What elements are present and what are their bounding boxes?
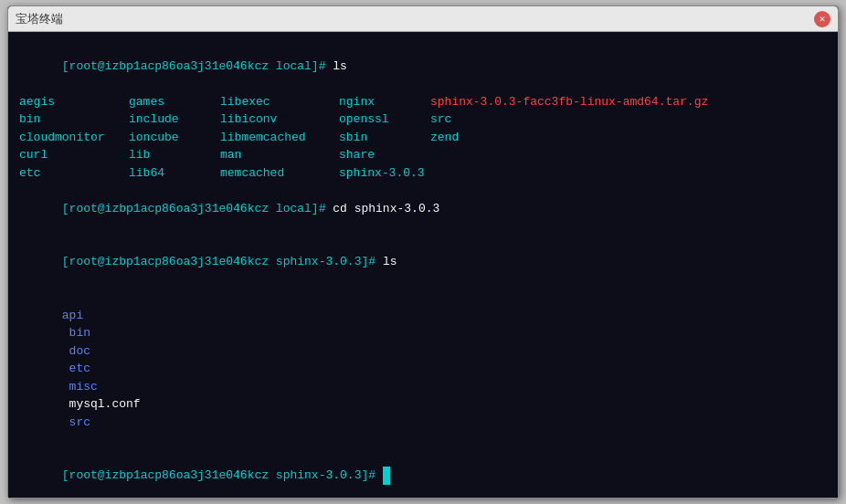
ls-output-row5: etclib64memcachedsphinx-3.0.3: [19, 164, 827, 183]
close-button[interactable]: ✕: [814, 11, 830, 27]
titlebar: 宝塔终端 ✕: [8, 6, 838, 32]
ls2-item-mysqlconf: mysql.conf: [62, 397, 141, 411]
ls-cell-r2c2: include: [129, 110, 220, 129]
ls-cell-r3c5: zend: [430, 131, 459, 144]
cmd-2: cd sphinx-3.0.3: [333, 202, 439, 215]
ls-cell-r2c3: libiconv: [220, 110, 339, 129]
ls-output-row3: cloudmonitorioncubelibmemcachedsbinzend: [19, 129, 827, 147]
command-line-2: [root@izbp1acp86oa3j31e046kcz local]# cd…: [19, 182, 827, 236]
prompt-2: [root@izbp1acp86oa3j31e046kcz local]#: [62, 202, 333, 215]
ls-cell-r1c5: sphinx-3.0.3-facc3fb-linux-amd64.tar.gz: [430, 95, 708, 109]
ls-output-row2: binincludelibiconvopensslsrc: [19, 110, 827, 129]
ls2-item-api: api: [62, 309, 83, 322]
ls-cell-r3c4: sbin: [339, 129, 430, 147]
ls-cell-r3c3: libmemcached: [220, 129, 339, 147]
ls-cell-r2c4: openssl: [339, 110, 430, 129]
ls-cell-r3c1: cloudmonitor: [19, 129, 129, 147]
ls2-item-src: src: [62, 415, 90, 429]
ls-cell-r4c4: share: [339, 146, 430, 164]
ls-cell-r5c1: etc: [19, 164, 129, 183]
window-title: 宝塔终端: [16, 11, 63, 27]
cursor: [383, 467, 390, 485]
ls2-item-doc: doc: [62, 344, 90, 358]
ls2-output: api bin doc etc misc mysql.conf src: [19, 289, 827, 449]
prompt-3: [root@izbp1acp86oa3j31e046kcz sphinx-3.0…: [62, 255, 383, 268]
prompt-4: [root@izbp1acp86oa3j31e046kcz sphinx-3.0…: [62, 468, 383, 482]
ls-cell-r1c1: aegis: [19, 93, 129, 111]
command-line-1: [root@izbp1acp86oa3j31e046kcz local]# ls: [19, 39, 827, 93]
ls-cell-r4c2: lib: [129, 146, 220, 164]
cmd-3: ls: [383, 255, 397, 268]
terminal-body[interactable]: [root@izbp1acp86oa3j31e046kcz local]# ls…: [8, 32, 838, 498]
ls-cell-r1c2: games: [129, 93, 220, 111]
ls-cell-r3c2: ioncube: [129, 129, 220, 147]
ls-cell-r1c4: nginx: [339, 93, 430, 111]
ls2-item-etc: etc: [62, 362, 90, 375]
ls-cell-r2c5: src: [430, 112, 451, 126]
ls2-item-misc: misc: [62, 380, 98, 394]
ls-cell-r4c1: curl: [19, 146, 129, 164]
ls-output-row4: curllibmanshare: [19, 146, 827, 164]
ls-cell-r1c3: libexec: [220, 93, 339, 111]
ls-cell-r5c2: lib64: [129, 164, 220, 183]
ls-cell-r5c3: memcached: [220, 164, 339, 183]
ls2-item-bin: bin: [62, 326, 90, 340]
command-line-3: [root@izbp1acp86oa3j31e046kcz sphinx-3.0…: [19, 236, 827, 289]
ls-cell-r4c3: man: [220, 146, 339, 164]
cmd-1: ls: [333, 59, 347, 73]
ls-cell-r2c1: bin: [19, 110, 129, 129]
ls-cell-r5c4: sphinx-3.0.3: [339, 164, 430, 183]
prompt-1: [root@izbp1acp86oa3j31e046kcz local]#: [62, 59, 333, 73]
command-line-4: [root@izbp1acp86oa3j31e046kcz sphinx-3.0…: [19, 449, 827, 499]
terminal-window: 宝塔终端 ✕ [root@izbp1acp86oa3j31e046kcz loc…: [7, 5, 839, 499]
ls-output-row1: aegisgameslibexecnginxsphinx-3.0.3-facc3…: [19, 93, 827, 111]
